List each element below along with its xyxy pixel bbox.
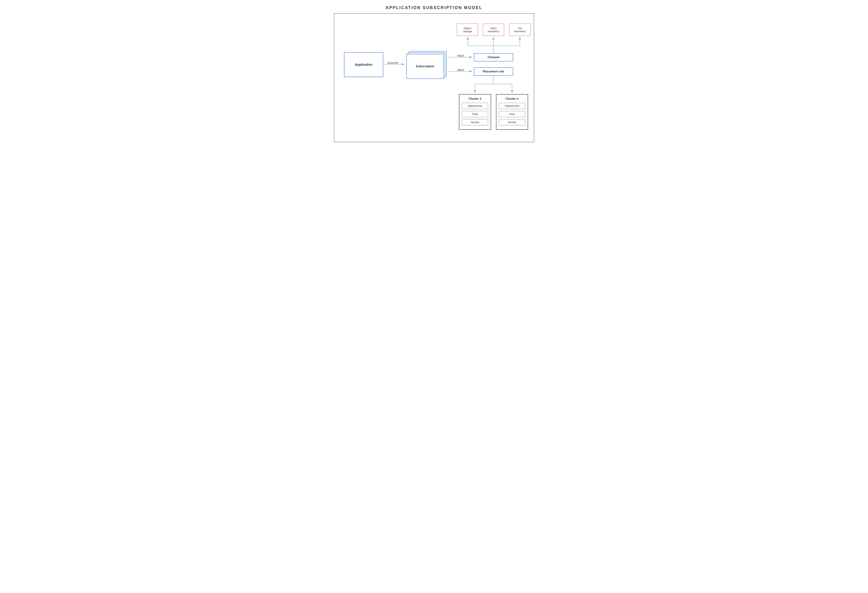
cluster-1: Cluster 1 Deployments Pods Secrets <box>459 94 491 130</box>
repo-helm: Helm repository <box>483 24 504 36</box>
cluster-n-item-deployments: Deployments <box>499 103 525 109</box>
diagram-title: APPLICATION SUBSCRIPTION MODEL <box>326 5 542 10</box>
application-node: Application <box>344 52 383 77</box>
cluster-1-item-pods: Pods <box>462 111 488 117</box>
cluster-n-item-secrets: Secrets <box>499 119 525 125</box>
repo-git: Git repository <box>509 24 531 36</box>
cluster-n: Cluster n Deployments Pods Secrets <box>496 94 528 130</box>
diagram-frame: Application Subscription Assemble Watch … <box>334 13 534 142</box>
edge-assemble-label: Assemble <box>387 62 398 64</box>
cluster-1-item-deployments: Deployments <box>462 103 488 109</box>
placement-rule-node: Placement rule <box>474 68 513 76</box>
edge-watch-placement-label: Watch <box>457 69 464 71</box>
cluster-1-item-secrets: Secrets <box>462 119 488 125</box>
repo-object-storage: Object storage <box>457 24 478 36</box>
cluster-n-item-pods: Pods <box>499 111 525 117</box>
edge-watch-channel-label: Watch <box>457 54 464 57</box>
subscription-node: Subscription <box>406 54 444 79</box>
cluster-n-title: Cluster n <box>499 97 525 100</box>
cluster-1-title: Cluster 1 <box>462 97 488 100</box>
channel-node: Channel <box>474 53 513 62</box>
